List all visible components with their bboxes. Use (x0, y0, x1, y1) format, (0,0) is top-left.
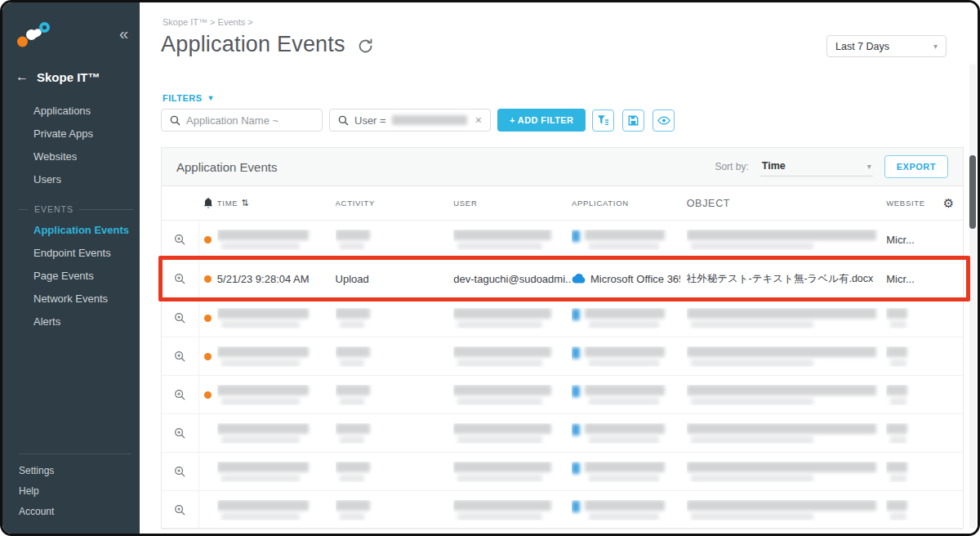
redacted-user (453, 308, 551, 328)
vertical-scrollbar[interactable] (969, 64, 976, 529)
object-cell: 社外秘テスト-テキスト無-ラベル有.docx (687, 272, 886, 286)
sidebar-collapse-icon[interactable]: « (119, 25, 128, 42)
gear-icon: ⚙ (943, 197, 955, 209)
sidebar-module-title[interactable]: ← Skope IT™ (16, 69, 100, 84)
redacted-time (217, 423, 309, 444)
column-header-user[interactable]: USER (453, 199, 572, 208)
back-arrow-icon[interactable]: ← (16, 69, 29, 84)
sidebar-item-websites[interactable]: Websites (2, 145, 140, 168)
application-name-filter[interactable] (161, 109, 323, 132)
alert-dot (199, 315, 217, 322)
filter-list-icon-button[interactable] (592, 109, 614, 132)
filters-toggle[interactable]: FILTERS ▼ (163, 93, 215, 103)
search-icon (338, 115, 349, 126)
redacted-user (453, 423, 551, 444)
sidebar-item-endpoint-events[interactable]: Endpoint Events (2, 242, 140, 265)
redacted-website (886, 385, 907, 405)
column-header-time[interactable]: TIME ⇅ (217, 198, 336, 208)
sidebar-item-page-events[interactable]: Page Events (2, 265, 140, 288)
column-header-application[interactable]: APPLICATION (572, 199, 687, 208)
sidebar-item-account[interactable]: Account (2, 502, 140, 522)
redacted-time (217, 500, 309, 520)
filters-caret-icon: ▼ (207, 94, 215, 102)
search-icon (170, 115, 180, 126)
redacted-website (886, 346, 907, 367)
column-header-object[interactable]: OBJECT (687, 198, 886, 209)
scrollbar-thumb[interactable] (969, 155, 976, 229)
redacted-time (217, 346, 309, 367)
sidebar-item-settings[interactable]: Settings (2, 461, 140, 481)
redacted-object (687, 230, 876, 250)
zoom-in-icon[interactable] (162, 221, 199, 258)
redacted-application (572, 423, 665, 444)
add-filter-button[interactable]: + ADD FILTER (497, 109, 586, 132)
redacted-user (453, 346, 551, 367)
zoom-in-icon[interactable] (162, 414, 199, 452)
save-view-icon-button[interactable] (622, 109, 644, 132)
redacted-application (572, 462, 665, 482)
app-icon (572, 386, 580, 397)
zoom-in-icon[interactable] (162, 491, 199, 529)
zoom-in-icon[interactable] (162, 453, 199, 490)
user-filter[interactable]: User = × (329, 109, 491, 132)
sidebar-item-users[interactable]: Users (2, 168, 140, 191)
panel-header: Application Events Sort by: Time ▾ EXPOR… (162, 148, 963, 186)
column-header-website[interactable]: WEBSITE (886, 199, 937, 208)
table-row[interactable]: Micr... (162, 221, 963, 259)
user-filter-label: User = (354, 114, 386, 127)
activity-cell: Upload (336, 273, 454, 285)
table-row[interactable] (162, 453, 963, 491)
redacted-object (687, 308, 876, 328)
zoom-in-icon[interactable] (162, 337, 199, 375)
table-column-header: TIME ⇅ ACTIVITY USER APPLICATION OBJECT … (162, 186, 963, 221)
sidebar-item-private-apps[interactable]: Private Apps (2, 123, 140, 145)
date-range-select[interactable]: Last 7 Days ▾ (826, 35, 947, 57)
zoom-in-icon[interactable] (162, 299, 199, 337)
column-header-activity[interactable]: ACTIVITY (336, 199, 454, 208)
redacted-website (886, 500, 907, 520)
website-cell: Micr... (886, 273, 937, 285)
app-icon (572, 230, 580, 242)
redacted-user (453, 385, 551, 405)
breadcrumb[interactable]: Skope IT™ > Events > (163, 17, 253, 27)
table-row[interactable] (162, 299, 963, 337)
refresh-icon[interactable] (357, 38, 374, 55)
sidebar-item-application-events[interactable]: Application Events (2, 219, 140, 242)
app-window: « ← Skope IT™ Applications Private Apps … (0, 0, 980, 536)
redacted-application (572, 346, 665, 367)
table-row[interactable] (162, 337, 963, 376)
sidebar-nav: Applications Private Apps Websites Users… (2, 100, 140, 333)
sort-select[interactable]: Time ▾ (760, 157, 873, 176)
floppy-disk-icon (628, 115, 639, 126)
application-name-input[interactable] (186, 114, 314, 127)
redacted-activity (336, 230, 370, 250)
table-row[interactable] (162, 491, 963, 529)
sort-by-label: Sort by: (715, 161, 748, 172)
sidebar-item-network-events[interactable]: Network Events (2, 288, 140, 310)
table-row-selected[interactable]: 5/21/23 9:28:04 AM Upload dev-taguchi@su… (162, 259, 963, 299)
redacted-website (886, 423, 907, 444)
cloud-icon (572, 274, 586, 284)
sidebar-footer: Settings Help Account (2, 453, 140, 522)
filter-bar: User = × + ADD FILTER (161, 109, 675, 132)
sidebar-item-help[interactable]: Help (2, 481, 140, 502)
table-row[interactable] (162, 414, 963, 453)
zoom-in-icon[interactable] (162, 259, 199, 298)
redacted-time (217, 308, 309, 328)
export-button[interactable]: EXPORT (884, 155, 948, 178)
netskope-logo-icon[interactable] (16, 20, 51, 51)
redacted-activity (336, 462, 370, 482)
application-cell: Microsoft Office 365 (572, 273, 687, 285)
clear-filter-icon[interactable]: × (475, 114, 482, 127)
app-icon (572, 462, 580, 474)
table-row[interactable] (162, 376, 963, 414)
funnel-icon (597, 114, 609, 126)
zoom-in-icon[interactable] (162, 376, 199, 413)
module-title-label: Skope IT™ (37, 70, 100, 84)
redacted-activity (336, 346, 370, 367)
sidebar-item-applications[interactable]: Applications (2, 100, 140, 123)
alert-dot (199, 275, 217, 283)
sidebar-item-alerts[interactable]: Alerts (2, 310, 140, 333)
column-settings[interactable]: ⚙ (937, 197, 963, 209)
view-icon-button[interactable] (653, 109, 675, 132)
